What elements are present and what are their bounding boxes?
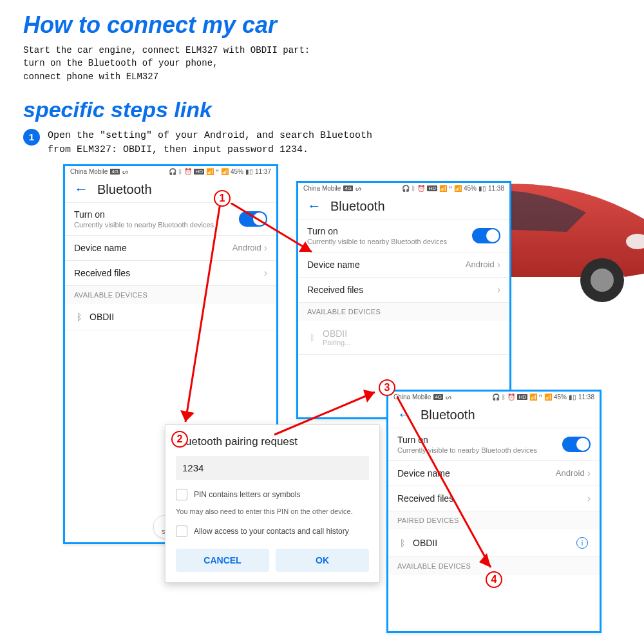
headphones-icon: 🎧	[169, 168, 176, 175]
pin-letters-checkbox[interactable]	[176, 489, 187, 500]
description-text: Start the car engine, connect ELM327 wit…	[23, 44, 621, 83]
dialog-note: You may also need to enter this PIN on t…	[176, 507, 369, 516]
chevron-right-icon: ›	[264, 267, 267, 279]
callout-2: 2	[171, 431, 188, 448]
arrow-1-to-phone2	[231, 203, 321, 261]
allow-contacts-label: Allow access to your contacts and call h…	[194, 527, 349, 536]
status-bar: China Mobile4Gᔕ 🎧ᛒ⏰HD📶ᴴ📶45%▮▯11:38	[298, 183, 509, 194]
bluetooth-icon: ᛒ	[178, 168, 182, 175]
battery-icon: ▮▯	[245, 168, 253, 175]
received-files-row[interactable]: Received files ›	[65, 261, 276, 286]
svg-marker-8	[299, 242, 312, 252]
device-obdii[interactable]: ᛒ OBDII	[65, 304, 276, 330]
svg-line-9	[274, 392, 375, 435]
cancel-button[interactable]: CANCEL	[176, 549, 269, 572]
pin-input[interactable]	[176, 456, 369, 480]
available-devices-header: AVAILABLE DEVICES	[65, 286, 276, 304]
back-icon[interactable]: ←	[74, 182, 88, 196]
step-text: Open the "setting" of your Android, and …	[48, 129, 372, 158]
arrow-2-to-3	[274, 390, 384, 441]
pairing-dialog: Bluetooth pairing request PIN contains l…	[165, 424, 380, 583]
bluetooth-icon: ᛒ	[77, 312, 82, 322]
device-name-row[interactable]: Device name Android›	[298, 252, 509, 278]
callout-1: 1	[214, 190, 231, 207]
main-heading: How to connect my car	[23, 12, 621, 39]
page-title: Bluetooth	[97, 182, 152, 197]
svg-line-11	[397, 396, 491, 567]
info-icon[interactable]: i	[576, 537, 588, 549]
svg-marker-6	[180, 410, 194, 422]
bluetooth-toggle[interactable]	[562, 437, 591, 452]
ok-button[interactable]: OK	[276, 549, 369, 572]
callout-4: 4	[486, 571, 502, 588]
device-obdii-pairing[interactable]: ᛒ OBDIIPairing...	[298, 321, 509, 355]
arrow-1-to-2	[178, 203, 229, 435]
pin-letters-label: PIN contains letters or symbols	[194, 490, 300, 499]
svg-line-5	[185, 203, 220, 422]
bluetooth-icon: ᛒ	[310, 332, 315, 343]
allow-contacts-checkbox[interactable]	[176, 526, 187, 537]
callout-3: 3	[379, 379, 395, 396]
status-bar: China Mobile4Gᔕ 🎧ᛒ⏰HD📶ᴴ📶45%▮▯11:37	[65, 166, 276, 177]
phone-screenshot-2: China Mobile4Gᔕ 🎧ᛒ⏰HD📶ᴴ📶45%▮▯11:38 ← Blu…	[296, 181, 511, 419]
available-devices-header: AVAILABLE DEVICES	[298, 303, 509, 321]
sub-heading: specific steps link	[23, 97, 621, 122]
step-number-badge: 1	[23, 129, 40, 146]
page-title: Bluetooth	[330, 199, 385, 214]
alarm-icon: ⏰	[184, 168, 192, 175]
arrow-3-to-4	[397, 396, 500, 576]
received-files-row[interactable]: Received files ›	[298, 278, 509, 303]
bluetooth-toggle[interactable]	[472, 228, 500, 243]
svg-line-7	[231, 203, 312, 252]
wifi-icon: 📶	[206, 168, 214, 175]
